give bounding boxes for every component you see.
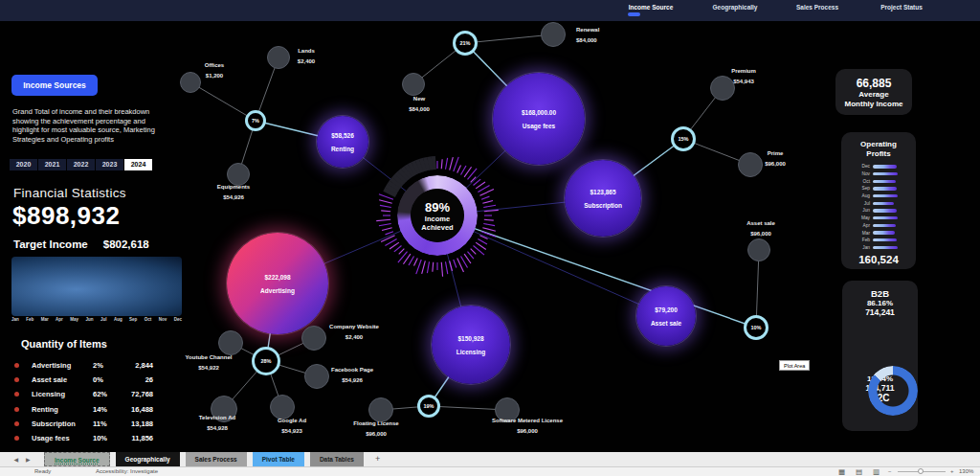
sheet-tab-sales-process[interactable]: Sales Process <box>186 452 247 466</box>
op-month-label: Jun <box>849 208 870 213</box>
b2b-b2c-card[interactable]: B2B 86.16% 714,241 13.84% 114,711 B2C <box>842 281 918 431</box>
satellite-label-company-website: Company Website$2,400 <box>329 322 379 343</box>
bubble-subscription[interactable]: $123,865Subscription <box>565 160 641 237</box>
satellite-label-youtube-channel: Youtube Channel$54,922 <box>186 352 233 374</box>
bubble-label: Usage fees <box>523 123 555 129</box>
percent-node-28[interactable]: 28% <box>252 347 280 375</box>
sheet-tab-pivot-table[interactable]: Pivot Table <box>253 452 304 466</box>
operating-profit-row: Oct <box>841 177 916 185</box>
satellite-name: Equipments <box>217 182 250 193</box>
b2b-label: B2B <box>842 288 918 299</box>
avg-income-label-2: Monthly Income <box>835 100 912 109</box>
avg-monthly-income-card[interactable]: 66,885 Average Monthly Income <box>835 69 912 115</box>
satellite-label-television-ad: Television Ad$54,928 <box>199 413 235 434</box>
satellite-value: $54,943 <box>731 77 756 87</box>
sheet-tab-bar: ◀▶ Income SourceGeographicallySales Proc… <box>0 452 980 467</box>
page-break-view-icon[interactable]: ▥ <box>873 467 880 476</box>
gauge-percent: 89% <box>425 200 450 215</box>
operating-profit-row: Sep <box>841 185 916 193</box>
satellite-prime[interactable] <box>738 152 763 177</box>
op-month-label: Feb <box>849 238 870 242</box>
op-bar <box>873 165 897 168</box>
op-bar <box>873 224 896 227</box>
satellite-facebook-page[interactable] <box>304 364 329 389</box>
zoom-level[interactable]: 130% <box>959 468 973 474</box>
operating-profit-row: Dec <box>841 163 916 170</box>
sheet-tab-data-tables[interactable]: Data Tables <box>310 452 364 466</box>
op-month-label: Apr <box>849 223 870 228</box>
sheet-tab-income-source[interactable]: Income Source <box>44 452 110 466</box>
bubble-label: Renting <box>331 146 354 152</box>
operating-profit-row: Jan <box>841 244 916 252</box>
satellite-name: Facebook Page <box>331 365 373 375</box>
bubble-value: $123,865 <box>590 189 615 195</box>
op-bar <box>873 246 898 249</box>
operating-profits-title-1: Operating <box>841 140 916 149</box>
op-month-label: Jan <box>849 245 870 250</box>
satellite-label-prime: Prime$96,000 <box>765 148 786 170</box>
excel-window: Income Source Geographically Sales Proce… <box>0 0 980 476</box>
satellite-name: Television Ad <box>199 413 235 423</box>
op-month-label: Jul <box>849 201 870 206</box>
bubble-value: $58,526 <box>331 132 354 139</box>
operating-profit-row: Feb <box>841 237 916 244</box>
percent-node-10[interactable]: 10% <box>744 315 768 340</box>
op-month-label: Dec <box>849 164 870 169</box>
satellite-name: New <box>409 94 430 104</box>
op-month-label: Sep <box>849 186 870 191</box>
satellite-value: $1,200 <box>205 71 224 81</box>
op-bar <box>873 187 897 190</box>
zoom-in-icon[interactable]: + <box>950 468 954 474</box>
normal-view-icon[interactable]: ▦ <box>838 467 845 476</box>
satellite-name: Software Metered License <box>492 416 563 426</box>
accessibility-status[interactable]: Accessibility: Investigate <box>96 468 158 474</box>
op-bar <box>873 238 897 241</box>
satellite-label-facebook-page: Facebook Page$54,926 <box>331 365 373 386</box>
satellite-value: $54,926 <box>217 193 250 203</box>
op-bar <box>873 194 898 197</box>
satellite-new[interactable] <box>402 73 425 96</box>
percent-node-7[interactable]: 7% <box>245 110 266 131</box>
add-sheet-button[interactable]: + <box>369 452 386 466</box>
satellite-name: Youtube Channel <box>186 352 233 363</box>
satellite-renewal[interactable] <box>541 22 566 47</box>
satellite-company-website[interactable] <box>301 326 326 351</box>
op-month-label: Aug <box>849 193 870 198</box>
satellite-asset-sat[interactable] <box>747 238 770 261</box>
gauge-center: 89%IncomeAchieved <box>411 189 464 242</box>
bubble-licensing[interactable]: $150,928Licensing <box>432 306 510 384</box>
operating-profit-row: Apr <box>841 222 916 230</box>
sheet-prev-icon[interactable]: ◀ <box>13 456 18 463</box>
satellite-value: $2,400 <box>329 332 379 343</box>
op-bar <box>873 180 896 183</box>
sheet-next-icon[interactable]: ▶ <box>26 456 31 463</box>
gauge-label-1: Income <box>425 215 450 223</box>
bubble-renting[interactable]: $58,526Renting <box>317 116 368 168</box>
status-bar: Ready Accessibility: Investigate ▦ ▤ ▥ −… <box>0 467 980 476</box>
page-layout-view-icon[interactable]: ▤ <box>856 467 862 476</box>
satellite-label-asset-sat: Asset sale$96,000 <box>746 218 775 239</box>
satellite-name: Floating License <box>353 419 398 429</box>
sheet-tab-geographically[interactable]: Geographically <box>116 452 180 466</box>
sheet-tabs: Income SourceGeographicallySales Process… <box>44 452 386 466</box>
bubble-usage[interactable]: $168,000.00Usage fees <box>493 73 585 165</box>
satellite-label-software-metered-license: Software Metered License$96,000 <box>492 416 563 437</box>
zoom-out-icon[interactable]: − <box>888 468 892 474</box>
bubble-advertising[interactable]: $222,098Advertising <box>227 233 328 334</box>
op-bar <box>873 202 894 205</box>
satellite-name: Company Website <box>329 322 379 332</box>
bubble-value: $79,200 <box>655 306 678 313</box>
satellite-name: Renewal <box>576 25 599 35</box>
zoom-slider-knob[interactable] <box>918 468 924 474</box>
operating-profits-card[interactable]: Operating Profits DecNovOctSepAugJulJunM… <box>841 132 916 269</box>
operating-profits-title-2: Profits <box>841 149 916 159</box>
percent-node-21[interactable]: 21% <box>453 31 478 56</box>
percent-node-15[interactable]: 15% <box>671 126 696 151</box>
satellite-offices[interactable] <box>180 72 201 93</box>
b2b-b2c-donut-chart <box>868 366 918 416</box>
sheet-nav-arrows[interactable]: ◀▶ <box>0 452 44 466</box>
operating-profit-row: Aug <box>841 193 916 200</box>
satellite-lands[interactable] <box>267 46 290 69</box>
bubble-asset[interactable]: $79,200Asset sale <box>636 286 696 346</box>
percent-node-19[interactable]: 19% <box>417 395 440 418</box>
